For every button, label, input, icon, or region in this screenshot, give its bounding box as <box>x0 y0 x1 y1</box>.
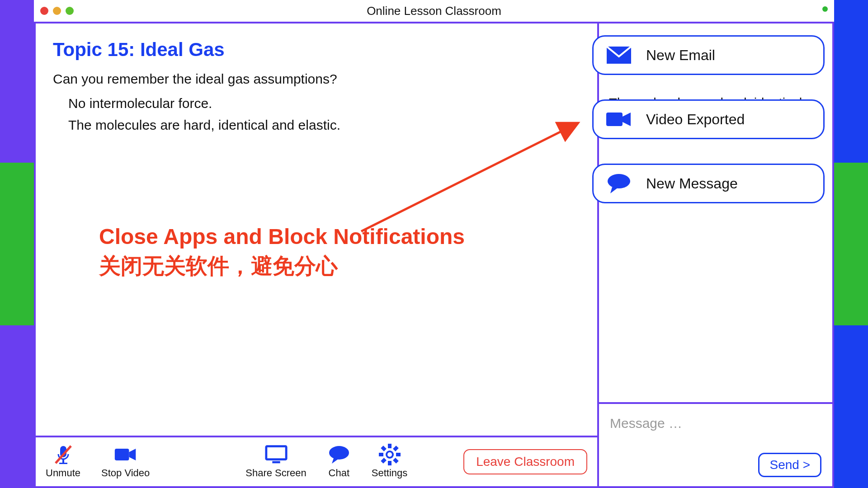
share-screen-label: Share Screen <box>245 467 307 479</box>
zoom-window-button[interactable] <box>66 7 74 15</box>
annotation-text: Close Apps and Block Notifications 关闭无关软… <box>99 222 465 281</box>
annotation-line-1: Close Apps and Block Notifications <box>99 222 465 252</box>
status-indicator-icon <box>822 6 828 12</box>
microphone-muted-icon <box>52 445 75 465</box>
share-screen-button[interactable]: Share Screen <box>245 445 307 479</box>
annotation-arrow-icon <box>343 114 596 240</box>
svg-rect-11 <box>396 453 401 456</box>
mail-icon <box>605 45 632 66</box>
svg-rect-13 <box>393 446 399 451</box>
svg-rect-6 <box>272 461 280 463</box>
slide-bullet: No intermolecular force. <box>68 96 580 111</box>
chat-button[interactable]: Chat <box>327 445 351 479</box>
main-panel: Topic 15: Ideal Gas Can you remember the… <box>36 23 597 486</box>
leave-classroom-button[interactable]: Leave Classroom <box>463 449 587 474</box>
svg-point-17 <box>387 452 392 457</box>
window-title: Online Lesson Classroom <box>34 4 834 18</box>
minimize-window-button[interactable] <box>53 7 61 15</box>
svg-rect-1 <box>62 459 64 463</box>
traffic-lights <box>40 7 74 15</box>
settings-label: Settings <box>372 467 408 479</box>
chat-label: Chat <box>329 467 349 479</box>
notification-video-exported[interactable]: Video Exported <box>592 99 825 139</box>
svg-rect-14 <box>381 458 387 464</box>
chat-bubble-icon <box>327 445 351 465</box>
monitor-icon <box>264 445 288 465</box>
notification-stack: New Email Video Exported New Message <box>592 35 825 203</box>
annotation-line-2: 关闭无关软件，避免分心 <box>99 252 465 281</box>
notification-new-message[interactable]: New Message <box>592 164 825 203</box>
notification-label: New Message <box>646 175 738 192</box>
topic-title: Topic 15: Ideal Gas <box>53 39 580 61</box>
settings-button[interactable]: Settings <box>372 445 408 479</box>
chat-bubble-icon <box>605 173 632 194</box>
svg-rect-10 <box>388 461 392 465</box>
stop-video-button[interactable]: Stop Video <box>101 445 150 479</box>
unmute-label: Unmute <box>46 467 80 479</box>
video-camera-icon <box>605 109 632 130</box>
send-button[interactable]: Send > <box>758 453 821 477</box>
svg-point-7 <box>329 446 349 460</box>
message-input[interactable] <box>610 416 821 431</box>
gear-icon <box>378 445 401 465</box>
svg-rect-12 <box>379 453 383 456</box>
notification-new-email[interactable]: New Email <box>592 35 825 75</box>
slide-content: Topic 15: Ideal Gas Can you remember the… <box>36 23 597 436</box>
svg-point-20 <box>608 174 630 188</box>
svg-rect-19 <box>606 113 623 126</box>
slide-bullet: The molecules are hard, identical and el… <box>68 117 580 133</box>
titlebar: Online Lesson Classroom <box>34 0 834 22</box>
slide-prompt: Can you remember the ideal gas assumptio… <box>53 71 580 87</box>
svg-rect-4 <box>115 449 129 460</box>
video-camera-icon <box>114 445 137 465</box>
svg-rect-5 <box>266 446 286 460</box>
close-window-button[interactable] <box>40 7 48 15</box>
svg-line-0 <box>361 123 578 231</box>
unmute-button[interactable]: Unmute <box>46 445 80 479</box>
chat-compose-area: Send > <box>599 402 832 486</box>
svg-rect-16 <box>381 446 387 451</box>
notification-label: New Email <box>646 47 715 64</box>
stop-video-label: Stop Video <box>101 467 150 479</box>
notification-label: Video Exported <box>646 111 745 128</box>
svg-rect-15 <box>393 458 399 464</box>
toolbar: Unmute Stop Video <box>36 436 597 486</box>
svg-rect-2 <box>59 463 67 464</box>
svg-rect-9 <box>388 444 392 448</box>
